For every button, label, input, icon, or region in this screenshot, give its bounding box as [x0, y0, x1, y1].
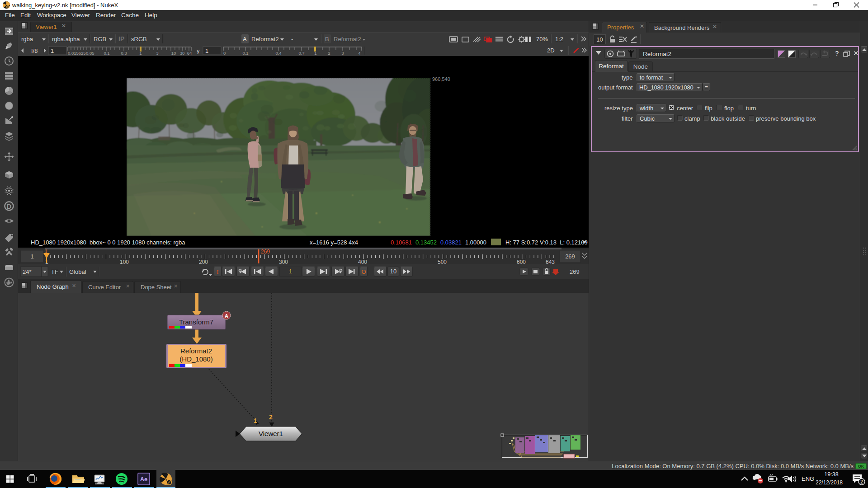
svg-text:⚙: ⚙ — [7, 5, 9, 8]
svg-text:1: 1 — [254, 417, 257, 424]
svg-text:1: 1 — [30, 253, 33, 260]
svg-text:1: 1 — [45, 249, 47, 254]
svg-text:1: 1 — [314, 51, 316, 56]
svg-text:1: 1 — [205, 47, 208, 54]
svg-text:300: 300 — [279, 259, 288, 265]
svg-text:y: y — [197, 47, 200, 54]
svg-text:600: 600 — [517, 259, 526, 265]
svg-text:10: 10 — [171, 51, 176, 56]
svg-text:f/8: f/8 — [31, 47, 38, 54]
svg-text:3: 3 — [341, 51, 344, 56]
svg-text:500: 500 — [438, 259, 447, 265]
svg-text:0: 0 — [223, 51, 226, 56]
svg-text:4: 4 — [358, 51, 360, 56]
svg-text:269: 269 — [261, 249, 270, 255]
svg-text:Reformat2: Reformat2 — [180, 347, 212, 355]
svg-text:0.015625: 0.015625 — [68, 51, 86, 56]
svg-text:269: 269 — [565, 253, 575, 260]
svg-text:200: 200 — [199, 259, 208, 265]
svg-text:3: 3 — [156, 51, 158, 56]
svg-text:400: 400 — [358, 259, 367, 265]
svg-text:Ae: Ae — [140, 476, 148, 483]
svg-text:0.05: 0.05 — [86, 51, 94, 56]
svg-text:TF: TF — [51, 268, 58, 275]
svg-text:64: 64 — [187, 51, 192, 56]
svg-text:D: D — [7, 203, 11, 210]
svg-text:A: A — [225, 313, 228, 319]
svg-text:24*: 24* — [23, 268, 32, 275]
svg-text:0.4: 0.4 — [275, 51, 281, 56]
svg-text:643: 643 — [546, 259, 555, 265]
svg-text:Viewer1: Viewer1 — [259, 430, 283, 437]
svg-text:30: 30 — [180, 51, 185, 56]
svg-text:(HD_1080): (HD_1080) — [179, 355, 212, 363]
svg-text:Transform7: Transform7 — [179, 318, 213, 326]
svg-text:O: O — [361, 268, 366, 275]
svg-text:0.3: 0.3 — [121, 51, 127, 56]
svg-text:1: 1 — [51, 47, 54, 54]
svg-text:0.1: 0.1 — [242, 51, 248, 56]
svg-text:I: I — [217, 268, 218, 275]
svg-text:100: 100 — [120, 259, 129, 265]
svg-text:2: 2 — [860, 479, 863, 484]
svg-text:0.7: 0.7 — [298, 51, 304, 56]
svg-text:0.1: 0.1 — [104, 51, 109, 56]
svg-text:1: 1 — [139, 51, 142, 56]
svg-text:Global: Global — [69, 268, 86, 275]
svg-text:269: 269 — [570, 268, 580, 275]
svg-text:2: 2 — [328, 51, 330, 56]
svg-text:2: 2 — [269, 413, 273, 421]
